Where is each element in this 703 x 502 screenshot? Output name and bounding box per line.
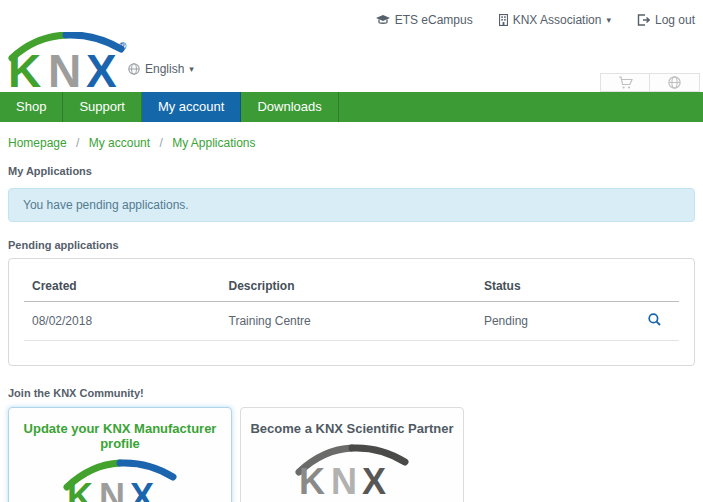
card-knx-scientific[interactable]: Become a KNX Scientific Partner K N X SC… — [240, 407, 464, 502]
breadcrumb-separator: / — [159, 136, 162, 150]
knx-member-logo: K N X MEMBER — [45, 457, 195, 502]
nav-item-downloads[interactable]: Downloads — [241, 92, 338, 122]
logo-arc-right — [352, 448, 405, 462]
community-label: Join the KNX Community! — [8, 387, 695, 399]
table-row: 08/02/2018 Training Centre Pending — [24, 302, 679, 341]
chevron-down-icon: ▾ — [606, 15, 611, 25]
column-header-description: Description — [221, 269, 476, 302]
applications-panel: Created Description Status 08/02/2018 Tr… — [8, 258, 695, 366]
logout-link[interactable]: Log out — [637, 13, 695, 27]
logo-letter-x: X — [362, 461, 386, 502]
pending-applications-label: Pending applications — [8, 239, 695, 251]
main-nav: Shop Support My account Downloads — [0, 92, 703, 122]
logout-icon — [637, 14, 650, 26]
breadcrumb: Homepage / My account / My Applications — [8, 122, 695, 150]
column-header-status: Status — [476, 269, 640, 302]
nav-item-support[interactable]: Support — [63, 92, 142, 122]
cell-created: 08/02/2018 — [24, 302, 221, 341]
logo-arc-blue — [120, 463, 173, 477]
breadcrumb-homepage[interactable]: Homepage — [8, 136, 67, 150]
card-title: Become a KNX Scientific Partner — [241, 421, 463, 436]
logo-letter-k: K — [67, 476, 93, 502]
logo-letter-x: X — [86, 45, 117, 90]
chevron-down-icon: ▾ — [189, 64, 194, 74]
language-label: English — [145, 62, 184, 76]
header-mini-tabs — [600, 73, 700, 92]
language-selector[interactable]: English ▾ — [128, 62, 194, 76]
card-knx-member[interactable]: Update your KNX Manufacturer profile K N… — [8, 407, 232, 502]
logo-letter-n: N — [331, 461, 357, 502]
page-title: My Applications — [8, 165, 695, 177]
community-cards: Update your KNX Manufacturer profile K N… — [8, 407, 695, 502]
building-icon — [499, 14, 508, 26]
breadcrumb-my-applications[interactable]: My Applications — [172, 136, 255, 150]
globe-icon — [128, 63, 140, 75]
column-header-created: Created — [24, 269, 221, 302]
cart-icon — [618, 76, 633, 90]
cell-description: Training Centre — [221, 302, 476, 341]
knx-association-link[interactable]: KNX Association ▾ — [499, 13, 611, 27]
logo-letter-n: N — [48, 45, 81, 90]
info-alert: You have pending applications. — [8, 188, 695, 222]
link-label: ETS eCampus — [395, 13, 473, 27]
applications-table: Created Description Status 08/02/2018 Tr… — [24, 269, 679, 341]
ets-ecampus-link[interactable]: ETS eCampus — [376, 13, 473, 27]
breadcrumb-separator: / — [76, 136, 79, 150]
globe-icon — [668, 76, 681, 89]
logo-letter-k: K — [299, 461, 325, 502]
logo-letter-x: X — [130, 476, 154, 502]
column-header-actions — [640, 269, 679, 302]
logo-letter-n: N — [99, 476, 125, 502]
knx-scientific-logo: K N X SCIENTIFIC — [277, 442, 427, 502]
globe-tab[interactable] — [650, 73, 700, 92]
link-label: KNX Association — [513, 13, 602, 27]
magnifier-icon — [648, 313, 661, 326]
nav-item-my-account[interactable]: My account — [142, 92, 241, 122]
graduation-cap-icon — [376, 14, 390, 26]
logo-letter-k: K — [8, 45, 41, 90]
cart-tab[interactable] — [600, 73, 650, 92]
cell-status: Pending — [476, 302, 640, 341]
breadcrumb-my-account[interactable]: My account — [89, 136, 150, 150]
link-label: Log out — [655, 13, 695, 27]
registered-mark: ® — [119, 41, 127, 52]
knx-logo[interactable]: K N X ® — [8, 32, 128, 90]
nav-item-shop[interactable]: Shop — [0, 92, 63, 122]
view-application-button[interactable] — [648, 313, 661, 326]
header-utility-nav: ETS eCampus KNX Association ▾ Log out — [376, 13, 695, 27]
main-content: Homepage / My account / My Applications … — [8, 122, 695, 502]
card-title: Update your KNX Manufacturer profile — [9, 421, 231, 451]
